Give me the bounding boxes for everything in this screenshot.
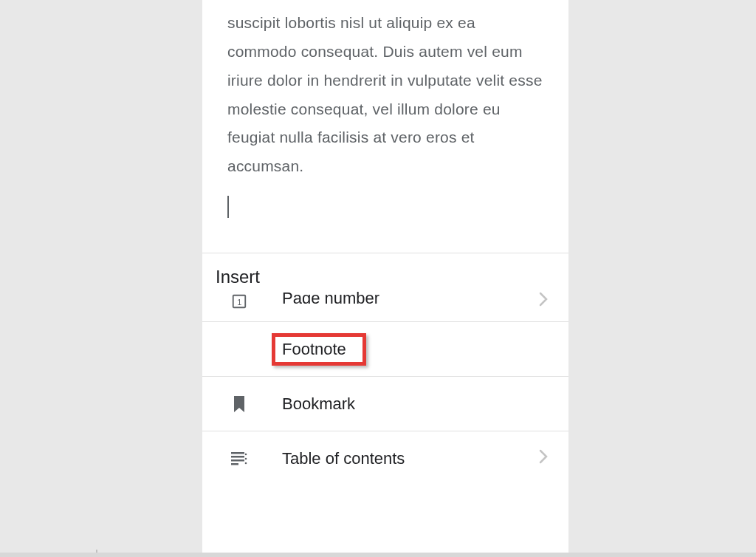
text-cursor (227, 196, 229, 218)
bookmark-icon (230, 395, 248, 413)
chevron-right-icon (539, 292, 548, 311)
bottom-divider (96, 550, 97, 553)
menu-item-label: Footnote (282, 340, 554, 359)
bottom-border (0, 553, 756, 557)
svg-rect-2 (231, 452, 244, 454)
insert-panel: Insert 1 Page number Footnote (202, 253, 568, 486)
menu-item-bookmark[interactable]: Bookmark (202, 377, 568, 431)
svg-rect-4 (231, 459, 244, 462)
svg-point-6 (245, 454, 247, 456)
svg-rect-3 (231, 456, 244, 458)
menu-item-label: Table of contents (282, 449, 539, 468)
menu-item-table-of-contents[interactable]: Table of contents (202, 431, 568, 486)
table-of-contents-icon (230, 450, 248, 468)
document-body-text[interactable]: suscipit lobortis nisl ut aliquip ex ea … (202, 0, 568, 181)
svg-point-8 (245, 462, 247, 465)
svg-rect-5 (231, 463, 238, 465)
insert-menu-list: 1 Page number Footnote Bookmark (202, 292, 568, 486)
svg-point-7 (245, 458, 247, 460)
page-number-icon: 1 (230, 293, 248, 310)
menu-item-footnote[interactable]: Footnote (202, 322, 568, 377)
menu-item-label: Bookmark (282, 394, 554, 414)
cursor-line (202, 181, 568, 221)
menu-item-label: Page number (282, 289, 539, 304)
chevron-right-icon (539, 449, 548, 468)
menu-item-page-number[interactable]: 1 Page number (202, 292, 568, 322)
svg-text:1: 1 (237, 298, 241, 307)
